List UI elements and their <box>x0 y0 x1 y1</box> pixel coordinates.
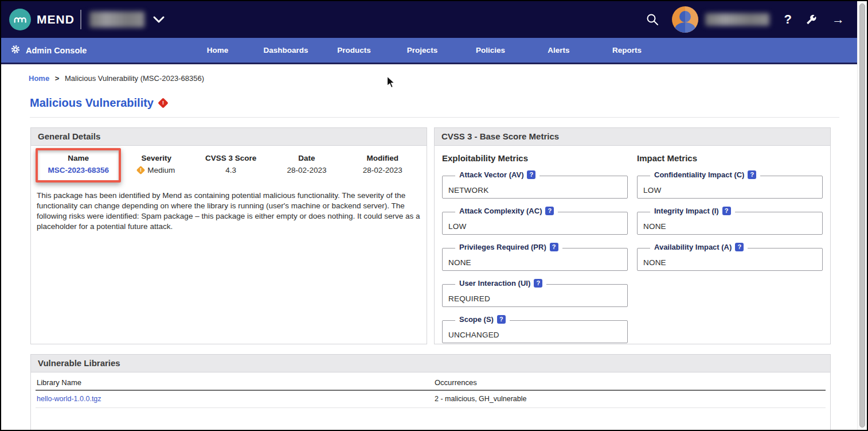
panels-row: General Details Name MSC-2023-68356 Seve… <box>30 127 857 344</box>
attack-complexity-field: Attack Complexity (AC)? LOW <box>442 212 628 235</box>
nav-item-dashboards[interactable]: Dashboards <box>252 46 320 55</box>
scrollbar-thumb[interactable] <box>859 3 865 428</box>
admin-console-link[interactable]: Admin Console <box>1 44 87 56</box>
page-title-row: Malicious Vulnerability ! <box>1 83 857 110</box>
nav-item-projects[interactable]: Projects <box>388 46 456 55</box>
nav-item-reports[interactable]: Reports <box>593 46 661 55</box>
attack-vector-field: Attack Vector (AV)? NETWORK <box>442 176 628 199</box>
modified-field: Modified 28-02-2023 <box>343 147 422 174</box>
library-name-column-header: Library Name <box>36 378 435 387</box>
help-question-icon[interactable]: ? <box>550 243 558 251</box>
help-question-icon[interactable]: ? <box>722 207 731 215</box>
nav-item-alerts[interactable]: Alerts <box>525 46 593 55</box>
privileges-required-label: Privileges Required (PR) <box>459 243 546 251</box>
organization-selector-redacted[interactable] <box>89 11 144 28</box>
gear-icon <box>10 44 21 56</box>
vertical-scrollbar <box>857 1 867 430</box>
settings-wrench-icon[interactable] <box>804 13 817 26</box>
nav-item-home[interactable]: Home <box>183 46 252 55</box>
date-field: Date 28-02-2023 <box>270 147 343 174</box>
confidentiality-impact-field: Confidentiality Impact (C)? LOW <box>637 176 823 199</box>
admin-console-label: Admin Console <box>26 46 87 55</box>
help-question-icon[interactable]: ? <box>527 170 535 179</box>
medium-severity-icon: ! <box>136 166 146 175</box>
modified-label: Modified <box>343 147 422 162</box>
page: MEND ? → <box>1 1 857 430</box>
occurrences-column-header: Occurrences <box>435 378 826 387</box>
user-interaction-value: REQUIRED <box>448 294 490 303</box>
table-header-row: Library Name Occurrences <box>36 372 826 391</box>
vulnerable-libraries-table: Library Name Occurrences hello-world-1.0… <box>31 372 830 408</box>
malicious-severity-icon: ! <box>158 98 168 108</box>
nav-item-policies[interactable]: Policies <box>456 46 525 55</box>
mend-logo-icon <box>9 9 31 30</box>
main-content: Home > Malicious Vulnerability (MSC-2023… <box>1 64 857 430</box>
chevron-down-icon[interactable] <box>153 15 165 24</box>
name-field-highlighted: Name MSC-2023-68356 <box>36 148 121 183</box>
user-interaction-label: User Interaction (UI) <box>459 279 530 288</box>
nav-items: Home Dashboards Products Projects Polici… <box>183 38 661 63</box>
avatar-highlight <box>685 6 698 33</box>
occurrences-value: 2 - malicious, GH_vulnerable <box>435 395 826 403</box>
breadcrumb-home-link[interactable]: Home <box>29 74 49 83</box>
user-interaction-field: User Interaction (UI)? REQUIRED <box>442 284 628 307</box>
help-question-icon[interactable]: ? <box>735 243 744 251</box>
attack-vector-value: NETWORK <box>448 186 488 195</box>
cvss-score-field: CVSS 3 Score 4.3 <box>191 147 270 174</box>
top-bar: MEND ? → <box>1 1 857 38</box>
exploitability-metrics-column: Exploitability Metrics Attack Vector (AV… <box>442 153 628 356</box>
availability-impact-value: NONE <box>643 258 666 267</box>
availability-impact-label: Availability Impact (A) <box>654 243 732 251</box>
availability-impact-field: Availability Impact (A)? NONE <box>637 248 823 271</box>
exploitability-heading: Exploitability Metrics <box>442 153 628 163</box>
vulnerable-libraries-header: Vulnerable Libraries <box>31 355 830 372</box>
integrity-impact-value: NONE <box>643 222 666 231</box>
help-icon[interactable]: ? <box>784 12 792 27</box>
top-bar-actions: ? → <box>646 6 844 33</box>
general-details-header: General Details <box>31 128 427 146</box>
help-question-icon[interactable]: ? <box>497 315 506 324</box>
breadcrumb: Home > Malicious Vulnerability (MSC-2023… <box>1 64 857 83</box>
vulnerability-id-link[interactable]: MSC-2023-68356 <box>48 166 109 174</box>
breadcrumb-current: Malicious Vulnerability (MSC-2023-68356) <box>65 74 204 83</box>
scope-field: Scope (S)? UNCHANGED <box>442 320 628 343</box>
attack-complexity-value: LOW <box>448 222 466 231</box>
logout-arrow-icon[interactable]: → <box>832 12 844 27</box>
cvss-score-value: 4.3 <box>191 162 270 174</box>
scope-label: Scope (S) <box>459 315 494 324</box>
table-row: hello-world-1.0.0.tgz 2 - malicious, GH_… <box>36 391 826 408</box>
integrity-impact-label: Integrity Impact (I) <box>654 207 719 215</box>
screenshot-frame: MEND ? → <box>0 0 868 431</box>
name-label: Name <box>40 152 116 162</box>
nav-item-products[interactable]: Products <box>320 46 388 55</box>
help-question-icon[interactable]: ? <box>534 279 542 288</box>
username-redacted[interactable] <box>705 13 769 26</box>
library-link[interactable]: hello-world-1.0.0.tgz <box>37 395 101 403</box>
severity-label: Severity <box>121 147 191 162</box>
privileges-required-value: NONE <box>448 258 471 267</box>
help-question-icon[interactable]: ? <box>545 207 554 215</box>
modified-value: 28-02-2023 <box>343 162 422 174</box>
cvss-panel-header: CVSS 3 - Base Score Metrics <box>435 128 830 146</box>
help-question-icon[interactable]: ? <box>748 170 756 179</box>
vulnerable-libraries-panel: Vulnerable Libraries Library Name Occurr… <box>30 354 831 430</box>
impact-heading: Impact Metrics <box>637 153 823 163</box>
severity-field: Severity ! Medium <box>121 147 191 174</box>
attack-vector-label: Attack Vector (AV) <box>459 170 523 179</box>
confidentiality-impact-label: Confidentiality Impact (C) <box>654 170 744 179</box>
user-avatar[interactable] <box>672 6 698 33</box>
impact-metrics-column: Impact Metrics Confidentiality Impact (C… <box>637 153 823 356</box>
brand-name: MEND <box>37 13 75 26</box>
search-icon[interactable] <box>646 13 659 26</box>
vulnerability-description: This package has been identified by Mend… <box>37 191 421 232</box>
general-details-panel: General Details Name MSC-2023-68356 Seve… <box>30 127 427 344</box>
integrity-impact-field: Integrity Impact (I)? NONE <box>637 212 823 235</box>
title-divider <box>30 117 839 118</box>
brand-separator <box>80 10 81 29</box>
cvss-body: Exploitability Metrics Attack Vector (AV… <box>435 146 830 356</box>
severity-value: Medium <box>147 166 175 174</box>
mend-logo[interactable]: MEND <box>9 9 75 30</box>
scope-value: UNCHANGED <box>448 331 499 339</box>
confidentiality-impact-value: LOW <box>643 186 661 195</box>
privileges-required-field: Privileges Required (PR)? NONE <box>442 248 628 271</box>
